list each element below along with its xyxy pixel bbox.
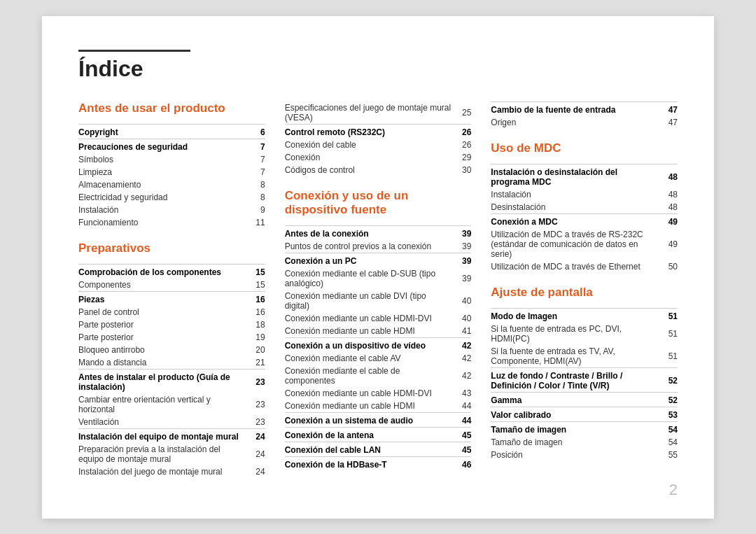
toc-child-page: 47 (659, 116, 678, 129)
toc-child-label: Conexión (285, 151, 458, 164)
toc-child-page: 51 (664, 323, 678, 345)
toc-child-entry: Origen47 (491, 116, 678, 129)
toc-label: Conexión a MDC (491, 213, 664, 228)
toc-child-page: 39 (457, 240, 471, 253)
toc-child-page: 30 (457, 164, 471, 176)
toc-child-page: 44 (457, 400, 471, 413)
toc-child-entry: Conexión mediante un cable DVI (tipo dig… (285, 290, 472, 312)
toc-child-page: 42 (457, 365, 471, 387)
toc-child-page: 21 (251, 356, 265, 370)
toc-child-entry: Símbolos7 (78, 153, 265, 166)
toc-child-entry: Posición55 (491, 449, 678, 461)
toc-entry: Tamaño de imagen54 (491, 421, 678, 436)
column-2: Especificaciones del juego de montaje mu… (285, 101, 491, 491)
toc-child-label: Si la fuente de entrada es PC, DVI, HDMI… (491, 323, 664, 345)
toc-page: 49 (664, 213, 678, 228)
toc-entry: Conexión del cable LAN45 (285, 442, 472, 456)
toc-child-page: 40 (457, 290, 471, 312)
toc-page: 6 (245, 124, 265, 139)
toc-entry: Especificaciones del juego de montaje mu… (285, 101, 472, 125)
toc-page: 52 (664, 392, 678, 407)
toc-child-page: 9 (245, 204, 265, 216)
toc-child-label: Funcionamiento (78, 216, 245, 229)
toc-label: Antes de instalar el producto (Guía de i… (78, 369, 251, 393)
toc-child-entry: Instalación48 (491, 188, 678, 201)
toc-label: Antes de la conexión (285, 225, 458, 240)
toc-child-entry: Utilización de MDC a través de Ethernet5… (491, 260, 678, 273)
toc-child-page: 48 (664, 188, 678, 201)
toc-entry: Antes de instalar el producto (Guía de i… (78, 369, 265, 393)
toc-entry: Luz de fondo / Contraste / Brillo / Defi… (491, 367, 678, 392)
toc-child-entry: Conexión mediante el cable de componente… (285, 365, 472, 387)
toc-child-page: 8 (245, 191, 265, 204)
toc-page: 16 (251, 291, 265, 306)
toc-label: Instalación del equipo de montaje mural (78, 428, 251, 443)
toc-label: Control remoto (RS232C) (285, 124, 458, 139)
toc-child-page: 40 (457, 312, 471, 325)
toc-table-uso-mdc: Instalación o desinstalación del program… (491, 164, 678, 273)
toc-child-label: Conexión del cable (285, 139, 458, 151)
toc-columns: Antes de usar el productoCopyright6Preca… (78, 101, 678, 491)
toc-entry: Conexión a un sistema de audio44 (285, 412, 472, 427)
toc-child-page: 8 (245, 178, 265, 191)
toc-child-entry: Conexión mediante un cable HDMI44 (285, 400, 472, 413)
toc-child-entry: Conexión mediante un cable HDMI41 (285, 325, 472, 338)
toc-page: 52 (664, 367, 678, 392)
toc-page: 46 (457, 456, 471, 471)
toc-entry: Piezas16 (78, 291, 265, 306)
toc-entry: Precauciones de seguridad7 (78, 139, 265, 153)
column-1: Antes de usar el productoCopyright6Preca… (78, 101, 285, 491)
toc-page: 44 (457, 412, 471, 427)
toc-child-label: Preparación previa a la instalación del … (78, 443, 251, 465)
toc-page: 47 (659, 101, 678, 116)
toc-child-label: Conexión mediante un cable HDMI (285, 325, 458, 338)
toc-child-entry: Puntos de control previos a la conexión3… (285, 240, 472, 253)
toc-label: Luz de fondo / Contraste / Brillo / Defi… (491, 367, 664, 392)
toc-child-label: Origen (491, 116, 659, 129)
toc-label: Conexión a un dispositivo de vídeo (285, 337, 458, 352)
toc-child-page: 11 (245, 216, 265, 229)
toc-child-entry: Conexión29 (285, 151, 472, 164)
toc-entry: Conexión de la HDBase-T46 (285, 456, 472, 471)
toc-child-page: 49 (664, 228, 678, 260)
toc-table-cambio-fuente: Cambio de la fuente de entrada47Origen47 (491, 101, 678, 129)
toc-child-label: Posición (491, 449, 664, 461)
toc-child-page: 50 (664, 260, 678, 273)
toc-page: 24 (251, 428, 265, 443)
toc-child-entry: Preparación previa a la instalación del … (78, 443, 265, 465)
toc-entry: Instalación o desinstalación del program… (491, 164, 678, 188)
toc-page: 15 (251, 264, 265, 279)
toc-child-entry: Bloqueo antirrobo20 (78, 344, 265, 356)
toc-child-entry: Conexión mediante un cable HDMI-DVI43 (285, 387, 472, 400)
toc-label: Modo de Imagen (491, 308, 664, 323)
toc-table-vesa: Especificaciones del juego de montaje mu… (285, 101, 472, 176)
toc-table-preparativos: Comprobación de los componentes15Compone… (78, 264, 265, 478)
toc-label: Precauciones de seguridad (78, 139, 245, 153)
toc-entry: Antes de la conexión39 (285, 225, 472, 240)
toc-child-label: Parte posterior (78, 331, 251, 344)
toc-child-label: Puntos de control previos a la conexión (285, 240, 458, 253)
toc-child-entry: Desinstalación48 (491, 201, 678, 214)
toc-table-ajuste-pantalla: Modo de Imagen51Si la fuente de entrada … (491, 308, 678, 461)
toc-child-page: 43 (457, 387, 471, 400)
toc-child-label: Bloqueo antirrobo (78, 344, 251, 356)
toc-entry: Conexión a un PC39 (285, 253, 472, 267)
toc-page: 23 (251, 369, 265, 393)
toc-entry: Copyright6 (78, 124, 265, 139)
toc-child-entry: Instalación del juego de montaje mural24 (78, 465, 265, 478)
toc-child-entry: Códigos de control30 (285, 164, 472, 176)
page: Índice Antes de usar el productoCopyrigh… (42, 16, 714, 519)
toc-child-entry: Funcionamiento11 (78, 216, 265, 229)
toc-entry: Comprobación de los componentes15 (78, 264, 265, 279)
toc-child-entry: Utilización de MDC a través de RS-232C (… (491, 228, 678, 260)
toc-entry: Conexión a un dispositivo de vídeo42 (285, 337, 472, 352)
toc-child-label: Instalación (491, 188, 664, 201)
toc-child-label: Utilización de MDC a través de Ethernet (491, 260, 664, 273)
toc-child-page: 42 (457, 352, 471, 365)
toc-page: 45 (457, 427, 471, 442)
toc-label: Especificaciones del juego de montaje mu… (285, 101, 458, 125)
toc-label: Piezas (78, 291, 251, 306)
toc-child-label: Si la fuente de entrada es TV, AV, Compo… (491, 345, 664, 368)
toc-label: Instalación o desinstalación del program… (491, 164, 664, 188)
toc-entry: Gamma52 (491, 392, 678, 407)
